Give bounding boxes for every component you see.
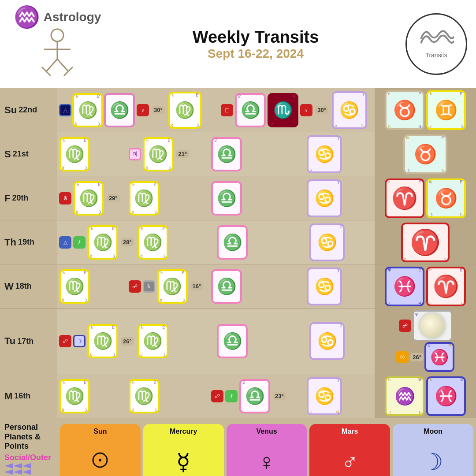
- mars-s21: ♋ ☽ ♀: [305, 132, 375, 176]
- uranus-badge-th19: △: [59, 236, 71, 249]
- virgo-sun-tu17: ♍ ♄ ♇ ☿ ☽: [87, 324, 118, 358]
- sun-planet-card: Sun ♒Essence: [60, 424, 141, 476]
- svg-line-3: [46, 59, 57, 71]
- cancer-mars-w18: ♋ ☽: [307, 268, 342, 305]
- cells-su22: △ ♍ ♄ ♇ ☿ ☽ ♎ ♀: [57, 88, 167, 132]
- mercury-card-name: Mercury: [170, 428, 197, 435]
- cells-w18: ♍ ♄ ♇ ☿ ☽: [57, 264, 127, 308]
- logo-text: Astrology: [44, 10, 101, 24]
- virgo-merc-s21: ♍ ♄ ♇ ☿ ☽: [143, 137, 174, 171]
- venus-su22: □ ♎ ♇ ♏ ♀ ♂ ♀ 30°: [219, 88, 330, 132]
- libra-venus-tu17: ♎: [217, 324, 248, 358]
- sun-sq-su22: □: [221, 104, 233, 116]
- neptune-badge-f20: ⛢: [59, 192, 71, 205]
- right-su22: ♉ ♂ ♇ ♄ ♃ ♊ ♄ ♇ ♂ ☽: [375, 88, 476, 132]
- venus-badge-su22: ♀: [137, 104, 149, 116]
- libra-venus-w18: ♎: [211, 269, 242, 304]
- degree-su22: 30°: [152, 106, 165, 114]
- mars-m16: ♋ ☽ ♀ ♃: [305, 374, 375, 418]
- svg-marker-11: [22, 463, 31, 469]
- row-f20: F 20th ⛢ ♍ ♄ ♇ ☿ ☽ 29° ♍ ♄: [0, 176, 476, 220]
- taurus-right-f20: ♉ ⊕ ♇ ☽ ♄: [426, 178, 466, 218]
- row-tu17: Tu 17th ☍ ☽ ♍ ♄ ♇ ☿ ☽ 26°: [0, 309, 476, 374]
- transits-circle: Transits: [405, 13, 467, 75]
- day-label-f20: F 20th: [0, 176, 57, 220]
- svg-line-6: [46, 71, 51, 76]
- aries-right1-f20: ♈ ♂ ♇: [385, 178, 424, 218]
- svg-marker-14: [22, 469, 31, 475]
- libra-venus-su22: ♎ ♇: [235, 93, 266, 127]
- jupiter-badge-s21: ♃: [129, 148, 141, 160]
- planet-cards: Sun ♒Essence Mercury ☿ ♒Ideas Venus ♀: [57, 418, 476, 476]
- virgo-merc-su22: ♍ ♄ ♇ ☿ ☽: [168, 92, 202, 129]
- mars-card-symbol: ♂: [341, 450, 358, 473]
- saturn-opp-w18: ☍: [129, 280, 141, 293]
- mercury-th19: ♍ ♄ ♇ ☿ ☽: [136, 220, 216, 264]
- right-f20: ♈ ♂ ♇ ♉ ⊕ ♇ ☽ ♄: [375, 176, 476, 220]
- transits-icon: [419, 30, 454, 52]
- virgo-cell-su22: ♍ ♄ ♇ ☿ ☽: [72, 93, 103, 127]
- virgo-merc-f20: ♍ ♄ ♇ ☿ ☽: [129, 181, 160, 216]
- cancer-mars-th19: ♋ ☽: [309, 223, 345, 261]
- svg-marker-9: [4, 463, 13, 469]
- svg-point-0: [51, 29, 63, 41]
- pisces-right-tu17: ♓ ♅ ♃: [424, 342, 454, 372]
- pisces-right-m16: ♓ ♄ ♃: [426, 376, 466, 416]
- sub-title: Sept 16-22, 2024: [193, 47, 319, 61]
- saturn-badge-w18: ♄: [143, 280, 155, 293]
- right-m16: ♒ ♄ ♅ ☽ ♄ ♓ ♄ ♃: [375, 374, 476, 418]
- row-s21: S 21st ♍ ♄ ♇ ☿ ☽ ♃ ♍ ♄ ♇: [0, 132, 476, 176]
- svg-line-4: [57, 59, 68, 71]
- libra-venus-th19: ♎: [217, 225, 248, 260]
- row-w18: W 18th ♍ ♄ ♇ ☿ ☽ ☍ ♄ ♍: [0, 264, 476, 309]
- virgo-merc-th19: ♍ ♄ ♇ ☿ ☽: [138, 225, 168, 260]
- mercury-m16: ♍ ♄ ♇ ☿ ☽: [127, 374, 209, 418]
- mars-f20: ♋ ☽: [305, 176, 375, 220]
- transits-label: Transits: [425, 52, 447, 59]
- aries-right-th19: ♈ ○ ♀: [401, 223, 450, 262]
- degree-th19: 28°: [121, 238, 134, 246]
- cancer-mars-s21: ♋ ☽ ♀: [307, 135, 342, 173]
- footer-label: PersonalPlanets &Points Social/Outer: [0, 418, 57, 476]
- cancer-mars-tu17: ♋ ☽: [309, 322, 345, 360]
- degree2-su22: 30°: [315, 106, 328, 114]
- cancer-mars-f20: ♋ ☽: [307, 179, 342, 217]
- virgo-sun-th19: ♍ ♄ ♇ ☿ ☽: [87, 225, 118, 260]
- sun-card-name: Sun: [93, 428, 107, 435]
- taurus-right-su22: ♉ ♂ ♇ ♄ ♃: [385, 90, 424, 130]
- gemini-right-su22: ♊ ♄ ♇ ♂ ☽: [426, 90, 466, 130]
- taurus-right-s21: ♉ ⊕ ♇ ☽ ♄: [403, 134, 447, 174]
- cancer-mars-m16: ♋ ☽ ♀ ♃: [307, 377, 342, 415]
- moon-card-symbol: ☽: [423, 450, 443, 473]
- mars-th19: ♋ ☽: [308, 220, 375, 264]
- calendar: Su 22nd △ ♍ ♄ ♇ ☿ ☽: [0, 88, 476, 418]
- cells-f20: ⛢ ♍ ♄ ♇ ☿ ☽ 29°: [57, 176, 127, 220]
- virgo-sun-m16: ♍ ♄ ♇ ☿ ☽: [59, 379, 90, 413]
- mercury-tu17: ♍ ♄ ♇ ☿ ☽: [136, 309, 216, 374]
- moon-badge-tu17: ☽: [73, 335, 86, 347]
- svg-line-5: [42, 67, 46, 71]
- day-label-th19: Th 19th: [0, 220, 57, 264]
- degree-moon-tu17: 26°: [410, 353, 424, 361]
- row-th19: Th 19th △ ⚷ ♍ ♄ ♇ ☿ ☽ 28°: [0, 220, 476, 264]
- svg-marker-13: [13, 469, 22, 475]
- mercury-su22: ♍ ♄ ♇ ☿ ☽: [167, 88, 219, 132]
- cells-tu17: ☍ ☽ ♍ ♄ ♇ ☿ ☽ 26°: [57, 309, 136, 374]
- header: ♒ Astrology Weekly Transits Sept 16-22, …: [0, 0, 476, 88]
- venus-tu17: ♎: [215, 309, 308, 374]
- figure-icon: [37, 27, 77, 84]
- venus-w18: ♎: [209, 264, 305, 308]
- personal-planets-label: PersonalPlanets &Points: [4, 423, 53, 451]
- mars-su22: ♋ ☽ ♀ ♄: [330, 88, 375, 132]
- right-w18: ♓ ♅ ♇ ♂ ♃ ♈ ♂ ♇ ○ ♀: [375, 264, 476, 308]
- svg-point-16: [99, 459, 101, 461]
- sun-indicator-su22: △: [59, 104, 71, 116]
- scorpio-su22: ♏ ♀ ♂: [268, 93, 298, 127]
- virgo-sun-s21: ♍ ♄ ♇ ☿ ☽: [59, 137, 90, 171]
- svg-marker-12: [4, 469, 13, 475]
- mars-w18: ♋ ☽: [305, 264, 375, 308]
- chiron-badge-th19: ⚷: [73, 236, 86, 249]
- day-label-w18: W 18th: [0, 264, 57, 308]
- pisces-right-w18: ♓ ♅ ♇ ♂ ♃: [385, 267, 424, 306]
- degree-tu17: 26°: [121, 337, 134, 346]
